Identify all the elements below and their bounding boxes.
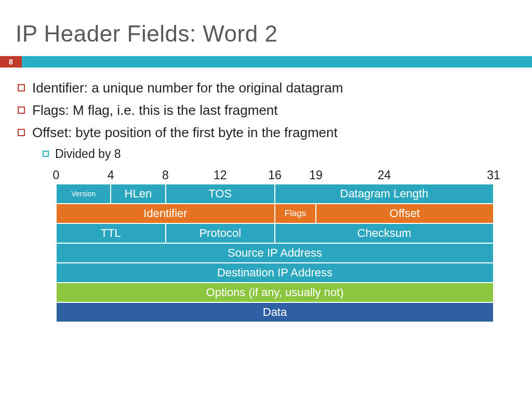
header-field-cell: Checksum xyxy=(275,223,494,243)
accent-stripe xyxy=(22,56,532,68)
header-row: Source IP Address xyxy=(56,243,494,263)
square-bullet-icon xyxy=(18,107,25,114)
header-field-cell: Source IP Address xyxy=(56,243,494,263)
bullet-text: Identifier: a unique number for the orig… xyxy=(32,80,343,96)
square-bullet-icon xyxy=(18,129,25,136)
header-field-cell: Flags xyxy=(275,204,316,223)
bit-scale-label: 8 xyxy=(162,168,169,182)
bit-scale-label: 4 xyxy=(108,168,114,182)
header-row: Destination IP Address xyxy=(56,263,494,283)
bullet-item: Identifier: a unique number for the orig… xyxy=(18,80,516,96)
header-field-cell: Offset xyxy=(316,204,494,223)
bit-scale-label: 24 xyxy=(378,168,391,182)
bit-scale-label: 19 xyxy=(309,168,323,182)
ip-header-diagram: 0481216192431 VersionHLenTOSDatagram Len… xyxy=(56,168,494,322)
page-title: IP Header Fields: Word 2 xyxy=(16,21,516,47)
header-field-cell: HLen xyxy=(111,184,165,204)
bullet-text: Offset: byte position of the first byte … xyxy=(32,125,338,141)
square-bullet-icon xyxy=(43,151,49,157)
header-field-cell: Version xyxy=(56,184,111,204)
bit-scale-label: 16 xyxy=(268,168,282,182)
bit-scale-label: 12 xyxy=(214,168,227,182)
bit-scale: 0481216192431 xyxy=(56,168,494,184)
header-field-cell: Destination IP Address xyxy=(56,263,494,283)
bit-scale-label: 0 xyxy=(53,168,60,182)
header-row: VersionHLenTOSDatagram Length xyxy=(56,184,494,204)
slide: IP Header Fields: Word 2 8 Identifier: a… xyxy=(0,0,532,322)
bullet-list: Identifier: a unique number for the orig… xyxy=(16,78,516,161)
header-row: TTLProtocolChecksum xyxy=(56,223,494,243)
bullet-item: Offset: byte position of the first byte … xyxy=(18,125,516,141)
header-field-cell: Protocol xyxy=(166,223,275,243)
sub-bullet-text: Divided by 8 xyxy=(55,147,121,161)
header-row: IdentifierFlagsOffset xyxy=(56,204,494,223)
header-field-cell: Options (if any, usually not) xyxy=(56,283,494,302)
header-row: Options (if any, usually not) xyxy=(56,283,494,302)
header-field-cell: Data xyxy=(56,302,494,322)
header-field-cell: Identifier xyxy=(56,204,275,223)
bullet-item: Flags: M flag, i.e. this is the last fra… xyxy=(18,102,516,118)
header-row: Data xyxy=(56,302,494,322)
bit-scale-label: 31 xyxy=(487,168,500,182)
header-rows: VersionHLenTOSDatagram LengthIdentifierF… xyxy=(56,184,494,322)
accent-bar: 8 xyxy=(0,56,532,68)
header-field-cell: TOS xyxy=(166,184,275,204)
sub-bullet-item: Divided by 8 xyxy=(43,147,516,161)
header-field-cell: Datagram Length xyxy=(275,184,494,204)
bullet-text: Flags: M flag, i.e. this is the last fra… xyxy=(32,102,278,118)
page-number-badge: 8 xyxy=(0,56,22,68)
header-field-cell: TTL xyxy=(56,223,166,243)
square-bullet-icon xyxy=(18,84,25,91)
